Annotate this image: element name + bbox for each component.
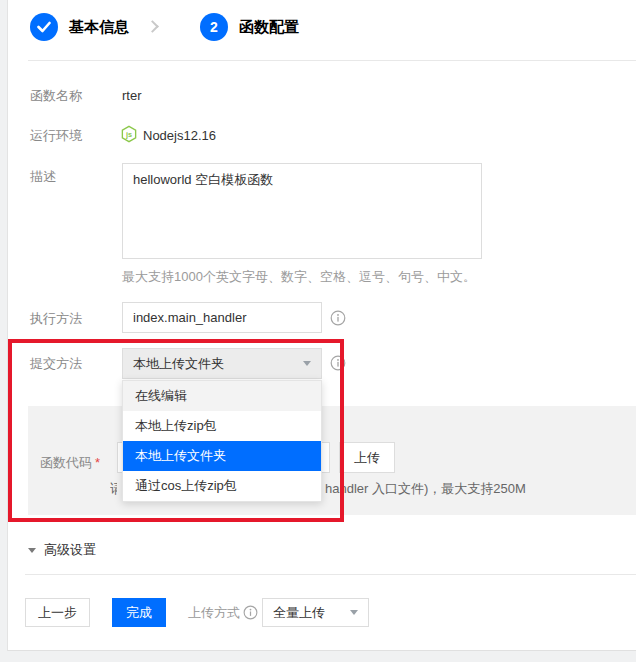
dropdown-option-cos-zip[interactable]: 通过cos上传zip包 [123,471,321,501]
upload-mode-group: 上传方式 [188,598,258,627]
dropdown-option-online-edit[interactable]: 在线编辑 [123,381,321,411]
caret-down-icon [350,610,358,615]
handler-input[interactable] [122,302,322,333]
step-complete-check-icon [30,13,58,41]
footer-divider [25,574,636,575]
dropdown-option-local-folder[interactable]: 本地上传文件夹 [123,441,321,471]
upload-button[interactable]: 上传 [339,442,395,473]
function-config-page: 基本信息 2 函数配置 函数名称 rter 运行环境 js Nodejs12.1… [0,0,636,662]
stepper-step-function-config[interactable]: 2 函数配置 [200,13,299,41]
function-name-value: rter [122,87,142,105]
upload-mode-label: 上传方式 [188,604,240,622]
submit-method-info-icon[interactable] [330,355,346,375]
code-hint-text: handler 入口文件)，最大支持250M [325,480,526,498]
code-hint-fragment: 请 [110,480,117,496]
runtime-label: 运行环境 [30,127,82,145]
step1-label: 基本信息 [69,18,129,37]
stepper-divider [28,60,636,61]
handler-info-icon[interactable] [330,310,346,330]
upload-mode-select[interactable]: 全量上传 [262,598,369,627]
previous-step-button[interactable]: 上一步 [25,598,90,627]
submit-method-label: 提交方法 [30,355,82,373]
svg-text:js: js [125,130,132,139]
advanced-settings-label: 高级设置 [44,541,96,559]
nodejs-icon: js [120,125,138,147]
required-asterisk: * [95,455,100,470]
upload-mode-info-icon[interactable] [243,605,258,620]
caret-down-icon [303,361,311,366]
stepper-step-basic-info[interactable]: 基本信息 [30,13,129,41]
triangle-down-icon [28,548,36,553]
handler-label: 执行方法 [30,310,82,328]
advanced-settings-toggle[interactable]: 高级设置 [28,541,96,559]
function-code-section: 函数代码* 上传 请 handler 入口文件)，最大支持250M [28,406,636,515]
step2-label: 函数配置 [239,18,299,37]
dropdown-option-local-zip[interactable]: 本地上传zip包 [123,411,321,441]
upload-mode-selected-value: 全量上传 [273,604,350,622]
runtime-value: Nodejs12.16 [143,127,216,145]
step2-number-badge: 2 [200,13,228,41]
description-label: 描述 [30,168,56,186]
function-code-label: 函数代码* [40,455,100,471]
description-textarea[interactable]: helloworld 空白模板函数 [122,163,482,259]
description-hint: 最大支持1000个英文字母、数字、空格、逗号、句号、中文。 [122,269,476,285]
submit-method-selected-value: 本地上传文件夹 [133,355,303,373]
submit-method-select[interactable]: 本地上传文件夹 [122,348,322,379]
submit-method-dropdown: 在线编辑 本地上传zip包 本地上传文件夹 通过cos上传zip包 [122,380,322,502]
function-name-label: 函数名称 [30,87,82,105]
finish-button[interactable]: 完成 [112,598,166,627]
